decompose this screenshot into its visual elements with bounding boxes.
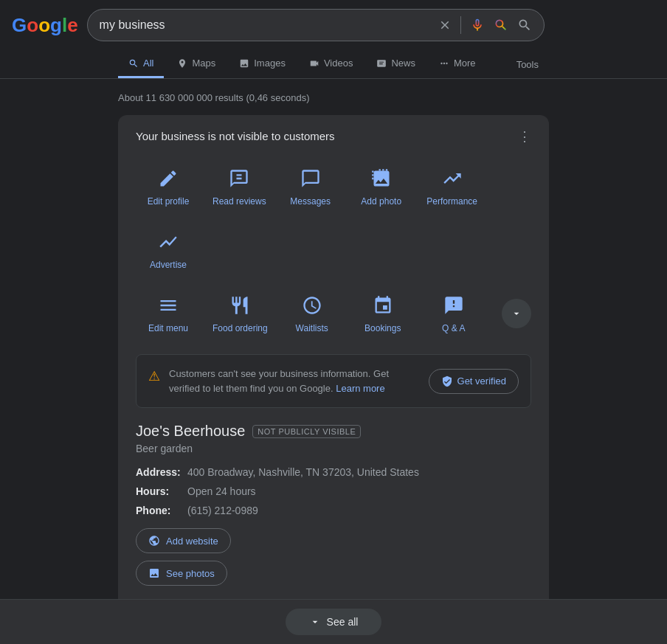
panel-header: Your business is not visible to customer…: [136, 130, 531, 143]
edit-profile-label: Edit profile: [148, 196, 190, 207]
business-type: Beer garden: [136, 443, 531, 454]
business-name: Joe's Beerhouse: [136, 423, 245, 440]
performance-action[interactable]: Performance: [420, 158, 485, 215]
actions-row1: Edit profile Read reviews Messages: [136, 158, 531, 279]
nav-tabs: All Maps Images Videos News More Tools: [0, 50, 667, 79]
edit-menu-icon: [156, 294, 180, 317]
phone-label: Phone:: [136, 505, 187, 516]
address-label: Address:: [136, 466, 187, 478]
performance-icon: [440, 167, 464, 190]
tab-videos[interactable]: Videos: [299, 50, 364, 78]
qa-label: Q & A: [442, 323, 465, 333]
voice-search-button[interactable]: [470, 18, 485, 32]
waitlists-label: Waitlists: [296, 323, 328, 333]
read-reviews-label: Read reviews: [212, 196, 266, 207]
food-ordering-label: Food ordering: [212, 323, 268, 333]
expand-actions-button[interactable]: [502, 299, 531, 328]
not-visible-badge: NOT PUBLICLY VISIBLE: [252, 425, 361, 438]
phone-row: Phone: (615) 212-0989: [136, 505, 531, 516]
learn-more-link[interactable]: Learn more: [336, 383, 384, 394]
see-all-bar: See all: [0, 599, 667, 644]
performance-label: Performance: [426, 196, 477, 207]
warning-text: Customers can't see your business inform…: [169, 367, 420, 395]
warning-content: ⚠ Customers can't see your business info…: [148, 367, 420, 395]
bookings-icon: [371, 294, 395, 317]
waitlists-icon: [300, 294, 324, 317]
tab-more[interactable]: More: [429, 50, 486, 78]
advertise-icon: [156, 230, 180, 254]
messages-label: Messages: [290, 196, 331, 207]
search-button[interactable]: [517, 18, 532, 32]
edit-menu-label: Edit menu: [148, 323, 188, 333]
hours-label: Hours:: [136, 485, 187, 497]
business-name-row: Joe's Beerhouse NOT PUBLICLY VISIBLE: [136, 423, 531, 440]
advertise-action[interactable]: Advertise: [136, 221, 201, 279]
add-photo-label: Add photo: [361, 196, 401, 207]
address-row: Address: 400 Broadway, Nashville, TN 372…: [136, 466, 531, 478]
add-website-button[interactable]: Add website: [136, 528, 231, 553]
edit-profile-action[interactable]: Edit profile: [136, 158, 201, 215]
messages-icon: [299, 167, 322, 190]
see-photos-button[interactable]: See photos: [136, 561, 227, 586]
search-input[interactable]: [100, 18, 432, 32]
edit-profile-icon: [156, 167, 180, 190]
get-verified-button[interactable]: Get verified: [429, 369, 519, 394]
phone-value: (615) 212-0989: [187, 505, 258, 516]
panel-title: Your business is not visible to customer…: [136, 130, 335, 142]
tab-maps[interactable]: Maps: [167, 50, 226, 78]
warning-icon: ⚠: [148, 368, 160, 384]
qa-action[interactable]: Q & A: [421, 285, 486, 342]
bookings-action[interactable]: Bookings: [350, 285, 415, 342]
hours-row: Hours: Open 24 hours: [136, 485, 531, 497]
add-photo-action[interactable]: Add photo: [349, 158, 414, 215]
food-ordering-icon: [228, 294, 252, 317]
messages-action[interactable]: Messages: [278, 158, 343, 215]
read-reviews-action[interactable]: Read reviews: [207, 158, 272, 215]
bookings-label: Bookings: [364, 323, 401, 333]
hours-value: Open 24 hours: [187, 485, 256, 497]
google-logo: Google: [12, 14, 78, 37]
waitlists-action[interactable]: Waitlists: [280, 285, 345, 342]
tab-images[interactable]: Images: [229, 50, 296, 78]
warning-box: ⚠ Customers can't see your business info…: [136, 354, 531, 408]
clear-search-button[interactable]: [438, 18, 452, 32]
edit-menu-action[interactable]: Edit menu: [136, 285, 201, 342]
business-panel: Your business is not visible to customer…: [118, 115, 549, 623]
read-reviews-icon: [227, 167, 251, 190]
address-value: 400 Broadway, Nashville, TN 37203, Unite…: [187, 466, 419, 478]
add-photo-icon: [370, 167, 393, 190]
food-ordering-action[interactable]: Food ordering: [207, 285, 274, 342]
header: Google: [0, 0, 667, 50]
more-options-button[interactable]: ⋮: [518, 130, 531, 143]
results-count: About 11 630 000 000 results (0,46 secon…: [118, 85, 549, 115]
advertise-label: Advertise: [150, 260, 187, 270]
tab-all[interactable]: All: [118, 50, 164, 78]
action-buttons: Add website See photos: [136, 528, 531, 586]
actions-row2: Edit menu Food ordering Waitlists: [136, 285, 531, 342]
tab-news[interactable]: News: [366, 50, 426, 78]
tools-button[interactable]: Tools: [506, 52, 549, 77]
results-area: About 11 630 000 000 results (0,46 secon…: [0, 79, 667, 637]
see-all-button[interactable]: See all: [286, 609, 382, 635]
qa-icon: [442, 294, 466, 317]
search-bar: [87, 9, 545, 41]
lens-search-button[interactable]: [494, 18, 508, 32]
